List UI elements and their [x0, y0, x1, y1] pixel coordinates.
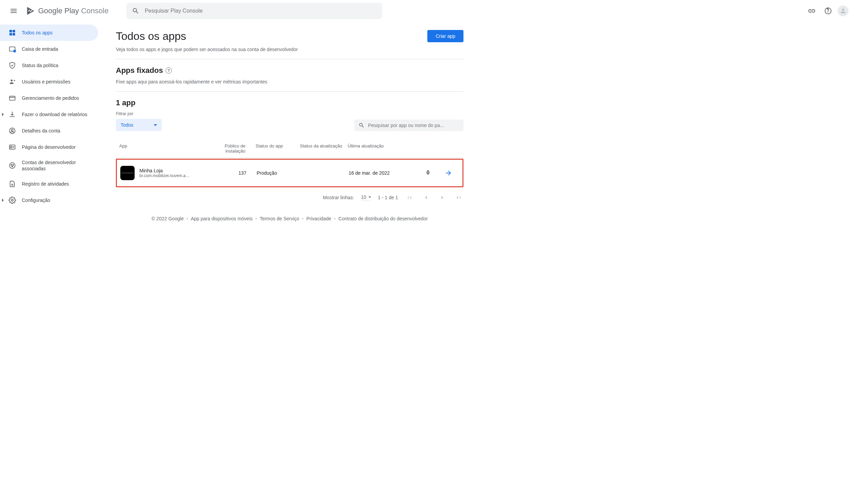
page-title: Todos os apps — [116, 30, 298, 43]
pinned-apps-subtitle: Fixe apps aqui para acessá-los rapidamen… — [116, 79, 463, 84]
search-icon — [132, 7, 139, 15]
sidebar-item-label: Contas de desenvolvedor associadas — [22, 159, 93, 172]
create-app-button[interactable]: Criar app — [427, 30, 463, 42]
open-app-button[interactable] — [445, 169, 452, 177]
footer-link[interactable]: App para dispositivos móveis — [191, 216, 253, 221]
arrow-right-icon — [445, 169, 452, 177]
sidebar-item-label: Fazer o download de relatórios — [22, 111, 87, 117]
pagination-range: 1 - 1 de 1 — [378, 195, 398, 200]
account-avatar[interactable] — [838, 5, 849, 16]
main-content: Todos os apps Veja todos os apps e jogos… — [102, 22, 477, 230]
svg-point-17 — [13, 164, 14, 166]
col-header-update-status: Status da atualização — [300, 143, 348, 154]
app-status: Produção — [257, 170, 301, 176]
app-search-input[interactable] — [368, 123, 459, 128]
chevron-left-icon — [423, 194, 429, 201]
help-button[interactable] — [821, 4, 835, 18]
expand-icon — [2, 199, 4, 202]
filter-value: Todos — [121, 122, 133, 128]
svg-point-10 — [11, 129, 13, 131]
sidebar-item-users-permissions[interactable]: Usuários e permissões — [0, 74, 98, 90]
app-package: br.com.mobilizei.nuvem.a… — [139, 173, 189, 178]
top-header: Google Play Console — [0, 0, 854, 22]
svg-rect-3 — [10, 33, 12, 35]
global-search-input[interactable] — [145, 8, 377, 14]
expand-icon — [2, 113, 4, 116]
divider — [116, 59, 463, 59]
sidebar: Todos os apps Caixa de entrada Status da… — [0, 22, 102, 230]
menu-icon — [10, 7, 18, 15]
svg-rect-1 — [10, 30, 12, 32]
settings-icon — [8, 196, 16, 204]
sidebar-item-label: Caixa de entrada — [22, 46, 58, 52]
sidebar-item-policy-status[interactable]: Status da política — [0, 57, 98, 74]
sidebar-item-label: Configuração — [22, 197, 50, 203]
download-icon — [8, 110, 16, 119]
header-actions — [805, 4, 849, 18]
pin-button[interactable] — [425, 170, 431, 176]
sidebar-item-settings[interactable]: Configuração — [0, 192, 98, 208]
svg-rect-2 — [13, 30, 15, 32]
sidebar-item-label: Todos os apps — [22, 30, 52, 36]
footer: © 2022 Google • App para dispositivos mó… — [116, 208, 463, 230]
svg-point-18 — [12, 166, 13, 167]
app-search[interactable] — [354, 120, 463, 131]
rows-per-page-select[interactable]: 10 — [361, 194, 371, 201]
logo[interactable]: Google Play Console — [26, 6, 109, 16]
chevron-right-icon — [439, 194, 446, 201]
global-search[interactable] — [126, 3, 382, 19]
app-last-update: 16 de mar. de 2022 — [349, 170, 410, 176]
sidebar-item-linked-accounts[interactable]: Contas de desenvolvedor associadas — [0, 155, 98, 176]
account-icon — [8, 127, 16, 135]
log-icon — [8, 180, 16, 188]
rows-label: Mostrar linhas: — [323, 195, 354, 200]
col-header-last-update: Última atualização — [348, 143, 409, 154]
app-name: Minha Loja — [139, 168, 189, 173]
footer-link[interactable]: Termos de Serviço — [260, 216, 299, 221]
link-button[interactable] — [805, 4, 819, 18]
menu-button[interactable] — [5, 3, 22, 19]
sidebar-item-order-management[interactable]: Gerenciamento de pedidos — [0, 90, 98, 106]
page-subtitle: Veja todos os apps e jogos que podem ser… — [116, 47, 298, 52]
sidebar-item-account-details[interactable]: Detalhes da conta — [0, 123, 98, 139]
sidebar-item-activity-log[interactable]: Registro de atividades — [0, 176, 98, 192]
sidebar-item-label: Status da política — [22, 62, 58, 68]
sidebar-item-label: Registro de atividades — [22, 181, 69, 187]
copyright: © 2022 Google — [152, 216, 184, 221]
col-header-installs: Público de instalação — [218, 143, 256, 154]
last-page-icon — [455, 194, 462, 201]
svg-rect-7 — [10, 96, 15, 100]
pinned-apps-title: Apps fixados ? — [116, 66, 463, 75]
play-logo-icon — [26, 6, 35, 16]
devpage-icon — [8, 143, 16, 151]
link-icon — [808, 7, 816, 15]
sidebar-item-label: Página do desenvolvedor — [22, 144, 76, 150]
dropdown-icon — [368, 196, 371, 198]
sidebar-item-download-reports[interactable]: Fazer o download de relatórios — [0, 106, 98, 123]
svg-marker-0 — [27, 7, 34, 15]
sidebar-item-label: Usuários e permissões — [22, 79, 70, 85]
footer-link[interactable]: Contrato de distribuição do desenvolvedo… — [338, 216, 428, 221]
svg-point-15 — [10, 163, 15, 169]
help-icon[interactable]: ? — [166, 67, 172, 74]
table-row[interactable]: NOSTRATO Minha Loja br.com.mobilizei.nuv… — [116, 159, 463, 187]
table-header: App Público de instalação Status do app … — [116, 139, 463, 158]
person-icon — [840, 7, 847, 14]
svg-rect-4 — [13, 33, 15, 35]
last-page-button[interactable] — [454, 193, 463, 202]
footer-link[interactable]: Privacidade — [306, 216, 331, 221]
svg-rect-12 — [11, 146, 12, 148]
card-icon — [8, 94, 16, 102]
sidebar-item-inbox[interactable]: Caixa de entrada — [0, 41, 98, 57]
shield-icon — [8, 61, 16, 69]
pagination: Mostrar linhas: 10 1 - 1 de 1 — [116, 187, 463, 208]
pin-icon — [425, 170, 431, 176]
first-page-button[interactable] — [405, 193, 414, 202]
sidebar-item-all-apps[interactable]: Todos os apps — [0, 25, 98, 41]
filter-label: Filtrar por — [116, 111, 162, 116]
svg-point-16 — [11, 164, 12, 166]
next-page-button[interactable] — [438, 193, 447, 202]
sidebar-item-developer-page[interactable]: Página do desenvolvedor — [0, 139, 98, 155]
prev-page-button[interactable] — [421, 193, 431, 202]
filter-dropdown[interactable]: Todos — [116, 119, 162, 131]
